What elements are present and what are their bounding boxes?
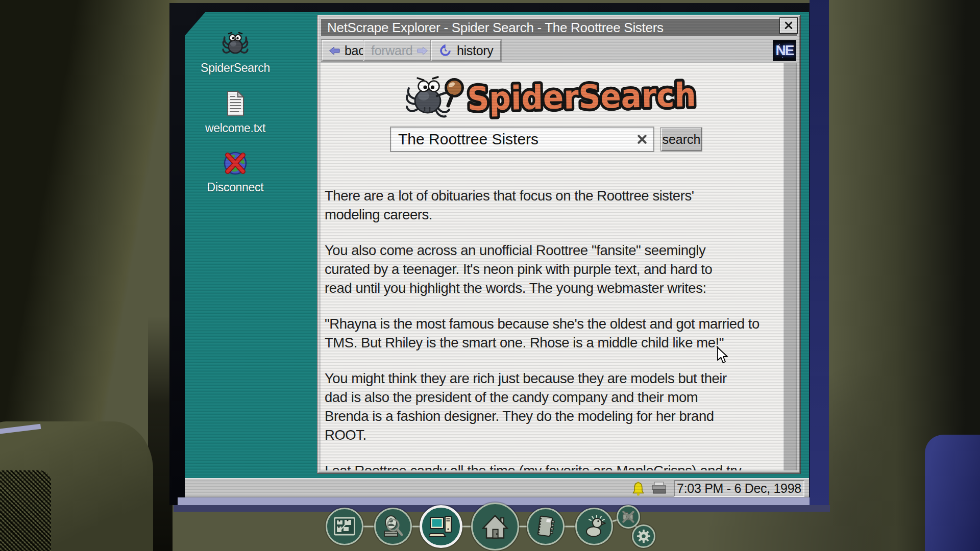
settings-gear-icon [636, 529, 651, 543]
search-button[interactable]: search [661, 128, 702, 151]
bell-icon [631, 481, 645, 496]
clock: 7:03 PM - 6 Dec, 1998 [674, 480, 804, 497]
detective-search-icon [381, 515, 405, 538]
search-input[interactable]: The Roottree Sisters [390, 127, 654, 152]
vertical-scrollbar[interactable] [783, 63, 797, 470]
monitor-bezel-right [810, 0, 829, 510]
printer-icon [650, 481, 668, 495]
page-content: SpiderSearch The Roottree Sisters search… [321, 63, 797, 470]
desktop-icon-label: SpiderSearch [197, 61, 274, 75]
evidence-board-icon [333, 515, 356, 538]
duck-hint-icon [582, 515, 606, 538]
desktop-icon-label: Disconnect [197, 181, 274, 194]
spidersearch-logo: SpiderSearch [321, 69, 784, 122]
clock-text: 7:03 PM - 6 Dec, 1998 [677, 481, 801, 496]
brand-badge-text: NE [776, 42, 794, 59]
browser-brand-badge: NE [773, 40, 796, 61]
speaker-mesh [0, 470, 51, 551]
spider-magnifier-icon [404, 71, 464, 120]
search-input-value: The Roottree Sisters [398, 131, 538, 148]
desktop-icon-spidersearch[interactable]: SpiderSearch [197, 30, 274, 75]
dock-home-button[interactable] [471, 503, 519, 550]
window-title: NetScrape Explorer - Spider Search - The… [327, 20, 664, 35]
browser-window: NetScrape Explorer - Spider Search - The… [317, 15, 800, 473]
dock-settings-button[interactable] [632, 524, 655, 548]
svg-text:SpiderSearch: SpiderSearch [467, 76, 696, 118]
forward-arrow-icon [417, 46, 428, 55]
history-button-label: history [457, 43, 494, 58]
globe-disconnect-icon [197, 149, 274, 177]
window-titlebar[interactable]: NetScrape Explorer - Spider Search - The… [321, 18, 797, 37]
close-x-icon [784, 21, 793, 30]
computer-icon [429, 514, 453, 539]
spidersearch-logo-text: SpiderSearch [465, 71, 700, 120]
desktop-icon-welcome-txt[interactable]: welcome.txt [197, 90, 274, 135]
monitor-screen: SpiderSearch welcome.txt [185, 12, 809, 497]
dock-duck-hint-button[interactable] [575, 508, 613, 545]
camera-disabled-icon [621, 509, 636, 524]
office-chair [925, 435, 980, 551]
spider-icon [197, 30, 274, 57]
mouse-cursor [717, 347, 730, 366]
forward-button[interactable]: forward [363, 40, 435, 61]
game-scene: SpiderSearch welcome.txt [0, 0, 980, 551]
forward-button-label: forward [371, 43, 412, 58]
dock-computer-button[interactable] [420, 505, 462, 548]
history-button[interactable]: history [431, 40, 501, 61]
home-icon [482, 513, 508, 540]
search-bar: The Roottree Sisters search [390, 127, 702, 152]
back-arrow-icon [329, 46, 340, 55]
search-results-text: There are a lot of obituaries that focus… [325, 169, 780, 470]
desk-speaker [0, 421, 153, 551]
close-button[interactable] [779, 17, 798, 34]
dock-camera-disabled-button[interactable] [617, 505, 640, 529]
text-file-icon [197, 90, 274, 117]
dock-notebook-button[interactable] [527, 508, 565, 545]
dock-detective-search-button[interactable] [374, 508, 412, 545]
notebook-icon [534, 515, 557, 538]
desktop-icon-label: welcome.txt [197, 121, 274, 135]
clear-x-icon[interactable] [636, 133, 648, 145]
history-icon [438, 44, 452, 58]
desktop-icon-disconnect[interactable]: Disconnect [197, 149, 274, 194]
dock-evidence-board-button[interactable] [326, 508, 363, 545]
search-button-label: search [662, 132, 700, 147]
status-bar: 7:03 PM - 6 Dec, 1998 [185, 478, 809, 497]
